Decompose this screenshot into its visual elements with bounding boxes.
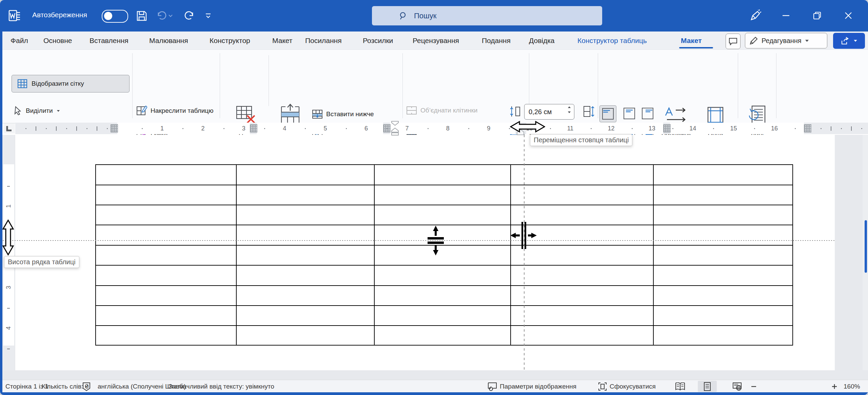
- pencil-icon: [749, 36, 758, 45]
- print-layout-button[interactable]: [698, 381, 717, 392]
- align-top-center-button[interactable]: [621, 105, 637, 122]
- tab-9[interactable]: Подання: [482, 32, 511, 49]
- tab-table-design[interactable]: Конструктор таблиць: [577, 32, 647, 49]
- focus-icon: [598, 382, 607, 391]
- editing-mode-dropdown[interactable]: Редагування: [745, 33, 827, 48]
- table-row-border[interactable]: [96, 205, 792, 205]
- tab-2[interactable]: Вставлення: [90, 32, 129, 49]
- tab-4[interactable]: Конструктор: [210, 32, 250, 49]
- display-options-button[interactable]: Параметри відображення: [488, 380, 576, 393]
- title-bar: Автозбереження: [0, 0, 868, 32]
- ruler-tick: [821, 128, 822, 129]
- align-top-right-button[interactable]: [639, 105, 656, 122]
- vruler-tick: [7, 186, 10, 187]
- table-column-border[interactable]: [236, 165, 237, 345]
- table-row-border[interactable]: [96, 285, 792, 286]
- table-column-border[interactable]: [653, 165, 654, 345]
- close-button[interactable]: [839, 8, 858, 23]
- table-row-border[interactable]: [96, 325, 792, 326]
- restore-button[interactable]: [808, 8, 827, 23]
- vruler-tick: [7, 349, 10, 349]
- insert-below-icon: [312, 109, 323, 119]
- indent-markers[interactable]: [391, 121, 399, 136]
- show-gridlines-button[interactable]: Відобразити сітку: [12, 75, 130, 92]
- draw-table-icon: [136, 105, 147, 116]
- share-button[interactable]: [833, 33, 865, 49]
- read-mode-button[interactable]: [671, 381, 690, 392]
- tab-0[interactable]: Файл: [11, 32, 28, 49]
- word-logo-icon[interactable]: [8, 9, 21, 22]
- distribute-rows-icon[interactable]: [583, 105, 595, 118]
- feedback-icon[interactable]: [746, 8, 765, 23]
- vertical-scrollbar-thumb[interactable]: [865, 220, 867, 273]
- spinner-icons[interactable]: [567, 106, 571, 113]
- focus-button[interactable]: Сфокусуватися: [598, 380, 656, 393]
- autosave-toggle[interactable]: [102, 10, 128, 23]
- word-count[interactable]: Кількість слів: 0: [42, 380, 88, 393]
- print-layout-icon: [704, 382, 711, 391]
- active-tab-underline: [679, 47, 713, 48]
- read-mode-icon: [675, 382, 685, 391]
- merge-cells-button[interactable]: Об’єднати клітинки: [406, 106, 477, 115]
- table-column-border[interactable]: [510, 165, 511, 345]
- ruler-number: 12: [608, 123, 614, 134]
- table-column-marker[interactable]: [250, 124, 257, 132]
- insert-above-icon: [279, 103, 301, 124]
- tab-1[interactable]: Основне: [43, 32, 72, 49]
- tab-5[interactable]: Макет: [272, 32, 292, 49]
- tab-7[interactable]: Розсилки: [363, 32, 393, 49]
- status-bar: Сторінка 1 із 1 Кількість слів: 0 англій…: [0, 380, 868, 393]
- word-window: Автозбереження: [0, 0, 868, 395]
- ruler-number: 3: [242, 123, 245, 134]
- table-column-border[interactable]: [374, 165, 375, 345]
- select-button[interactable]: Виділити: [14, 106, 60, 116]
- search-icon: [399, 12, 408, 20]
- horizontal-ruler[interactable]: 12345678910111213141516: [0, 122, 868, 135]
- tooltip-move-column: Переміщення стовпця таблиці: [530, 134, 632, 146]
- tab-10[interactable]: Довідка: [529, 32, 555, 49]
- ruler-tick: [97, 126, 97, 131]
- autosave-label: Автозбереження: [32, 11, 87, 19]
- ruler-tick: [468, 128, 469, 129]
- tab-3[interactable]: Малювання: [149, 32, 188, 49]
- ruler-tick: [672, 128, 673, 129]
- search-input[interactable]: Пошук: [372, 6, 602, 25]
- zoom-out-button[interactable]: [751, 380, 757, 393]
- zoom-in-button[interactable]: [831, 380, 837, 393]
- minimize-button[interactable]: [776, 8, 795, 23]
- web-layout-button[interactable]: [728, 381, 747, 392]
- redo-icon[interactable]: [181, 9, 196, 22]
- search-placeholder: Пошук: [414, 12, 436, 20]
- align-top-left-button[interactable]: [599, 105, 616, 122]
- ruler-number: 9: [487, 123, 490, 134]
- tab-8[interactable]: Рецензування: [413, 32, 459, 49]
- ruler-tick: [841, 128, 842, 129]
- proofing-icon[interactable]: [82, 380, 91, 393]
- chevron-down-icon: [854, 40, 857, 42]
- ruler-number: 13: [649, 123, 655, 134]
- tab-selector[interactable]: [3, 123, 15, 133]
- comment-button[interactable]: [726, 34, 741, 49]
- undo-icon[interactable]: [155, 9, 174, 22]
- tab-6[interactable]: Посилання: [305, 32, 342, 49]
- column-drag-guide: [524, 135, 525, 370]
- document-area[interactable]: [0, 135, 868, 380]
- table-row-border[interactable]: [96, 185, 792, 185]
- draw-table-button[interactable]: Накреслити таблицю: [136, 105, 213, 116]
- ruler-tick: [25, 128, 26, 129]
- table-row-border[interactable]: [96, 305, 792, 306]
- table-column-marker[interactable]: [111, 124, 118, 132]
- zoom-level[interactable]: 160%: [844, 380, 860, 393]
- table-column-marker[interactable]: [663, 124, 671, 132]
- quick-access-icon[interactable]: [203, 11, 214, 21]
- ruler-tick: [107, 128, 108, 129]
- table-row-border[interactable]: [96, 265, 792, 266]
- table-column-marker[interactable]: [804, 124, 811, 132]
- ruler-tick: [66, 128, 67, 129]
- ruler-number: 16: [771, 123, 778, 134]
- insert-below-button[interactable]: Вставити нижче: [312, 109, 374, 119]
- save-icon[interactable]: [135, 9, 149, 22]
- predictive-text-indicator[interactable]: Завбачливий ввід тексту: увімкнуто: [169, 380, 274, 393]
- ruler-tick: [851, 126, 852, 131]
- row-height-field[interactable]: 0,26 см: [524, 104, 574, 120]
